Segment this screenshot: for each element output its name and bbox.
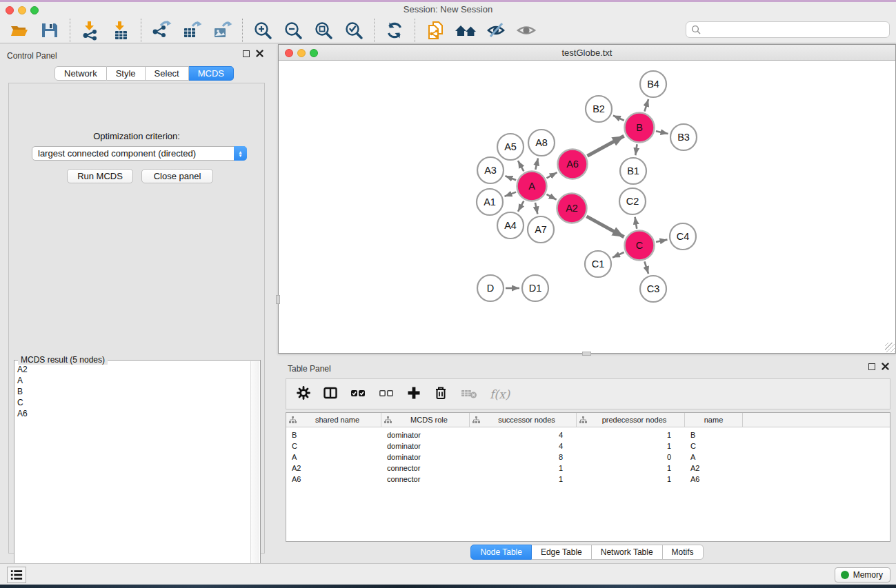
graph-edge[interactable] bbox=[535, 203, 537, 214]
memory-label: Memory bbox=[853, 570, 883, 580]
table-row[interactable]: A dominator 8 0 A bbox=[286, 452, 890, 463]
tab-style[interactable]: Style bbox=[107, 66, 146, 81]
close-panel-button[interactable]: Close panel bbox=[141, 169, 213, 183]
float-table-panel-icon[interactable] bbox=[868, 363, 875, 370]
select-all-button[interactable] bbox=[350, 385, 366, 403]
table-header: shared name MCDS role successor nodes pr… bbox=[286, 413, 890, 427]
table-row[interactable]: A2 connector 1 1 A2 bbox=[286, 463, 890, 474]
tab-network-table[interactable]: Network Table bbox=[592, 545, 663, 560]
graph-node-label: A bbox=[528, 181, 535, 192]
graph-edge[interactable] bbox=[588, 136, 624, 156]
table-tabs: Node Table Edge Table Network Table Moti… bbox=[278, 545, 896, 560]
frame-bottom-handle[interactable] bbox=[582, 352, 591, 356]
list-item[interactable]: A bbox=[17, 375, 250, 386]
graph-edge[interactable] bbox=[586, 216, 624, 237]
run-mcds-button[interactable]: Run MCDS bbox=[67, 169, 133, 183]
network-graph[interactable]: ABCA2A6A1A3A4A5A7A8B1B2B3B4C1C2C3C4DD1 bbox=[279, 61, 895, 353]
export-network-button[interactable] bbox=[150, 19, 173, 42]
memory-button[interactable]: Memory bbox=[835, 567, 890, 582]
list-scrollbar[interactable] bbox=[250, 361, 259, 587]
show-graphics-details-button[interactable] bbox=[515, 19, 538, 42]
list-item[interactable]: A2 bbox=[17, 364, 250, 375]
delete-columns-button[interactable] bbox=[433, 385, 448, 403]
graph-edge[interactable] bbox=[547, 172, 557, 178]
open-session-button[interactable] bbox=[8, 19, 31, 42]
graph-edge[interactable] bbox=[635, 144, 637, 155]
column-header-predecessor-nodes[interactable]: predecessor nodes bbox=[577, 413, 685, 427]
graph-edge[interactable] bbox=[505, 192, 517, 196]
tab-network[interactable]: Network bbox=[54, 66, 107, 81]
list-item[interactable]: C bbox=[17, 397, 250, 408]
search-field[interactable] bbox=[686, 21, 890, 38]
criterion-dropdown[interactable]: largest connected component (directed) ▲… bbox=[32, 146, 247, 161]
tab-mcds[interactable]: MCDS bbox=[189, 66, 234, 81]
clone-network-button[interactable] bbox=[424, 19, 447, 42]
gear-icon bbox=[296, 385, 311, 401]
refresh-view-button[interactable] bbox=[383, 19, 406, 42]
list-item[interactable]: A6 bbox=[17, 408, 250, 419]
import-network-button[interactable] bbox=[79, 19, 102, 42]
network-window-titlebar[interactable]: testGlobe.txt bbox=[279, 45, 895, 61]
import-table-button[interactable] bbox=[109, 19, 132, 42]
unselect-all-button[interactable] bbox=[378, 385, 395, 403]
graph-edge[interactable] bbox=[518, 161, 524, 171]
zoom-fit-icon bbox=[313, 20, 334, 41]
graph-node-label: C3 bbox=[647, 283, 660, 294]
column-header-shared-name[interactable]: shared name bbox=[286, 413, 381, 427]
tab-edge-table[interactable]: Edge Table bbox=[532, 545, 592, 560]
table-toolbar: f(x) bbox=[286, 378, 890, 409]
column-header-successor-nodes[interactable]: successor nodes bbox=[470, 413, 577, 427]
column-header-mcds-role[interactable]: MCDS role bbox=[381, 413, 470, 427]
table-row[interactable]: B dominator 4 1 B bbox=[286, 429, 890, 440]
zoom-in-button[interactable] bbox=[251, 19, 275, 42]
graph-edge[interactable] bbox=[635, 217, 637, 229]
graph-node-label: B4 bbox=[647, 79, 659, 90]
table-row[interactable]: C dominator 4 1 C bbox=[286, 440, 890, 452]
column-type-icon bbox=[472, 416, 480, 424]
graph-edge[interactable] bbox=[518, 201, 524, 212]
graph-edge[interactable] bbox=[535, 158, 538, 170]
graph-edge[interactable] bbox=[644, 261, 648, 274]
frame-left-handle[interactable] bbox=[276, 295, 280, 304]
mcds-result-list[interactable]: A2 A B C A6 bbox=[17, 362, 250, 587]
float-panel-icon[interactable] bbox=[243, 50, 250, 57]
main-toolbar bbox=[0, 17, 896, 43]
export-table-button[interactable] bbox=[180, 19, 203, 42]
toolbar-separator bbox=[242, 19, 243, 42]
tab-motifs[interactable]: Motifs bbox=[663, 545, 704, 560]
zoom-selected-button[interactable] bbox=[342, 19, 366, 42]
graph-edge[interactable] bbox=[644, 99, 648, 112]
home-layout-button[interactable] bbox=[454, 19, 477, 42]
graph-edge[interactable] bbox=[656, 131, 668, 134]
save-session-button[interactable] bbox=[38, 19, 61, 42]
tab-select[interactable]: Select bbox=[146, 66, 189, 81]
show-columns-button[interactable] bbox=[323, 385, 338, 403]
graph-edge[interactable] bbox=[613, 116, 624, 121]
graph-edge[interactable] bbox=[505, 176, 516, 180]
zoom-selected-icon bbox=[344, 20, 364, 41]
task-history-button[interactable] bbox=[7, 567, 26, 583]
list-item[interactable]: B bbox=[17, 386, 250, 397]
search-input[interactable] bbox=[701, 23, 889, 37]
add-column-button[interactable] bbox=[406, 385, 421, 403]
tab-node-table[interactable]: Node Table bbox=[470, 545, 532, 560]
table-settings-button[interactable] bbox=[296, 385, 311, 403]
resize-grip-icon[interactable] bbox=[885, 343, 895, 352]
graph-node-label: B bbox=[636, 122, 643, 133]
network-view-window: testGlobe.txt ABCA2A6A1A3A4A5A7A8B1B2B3B… bbox=[278, 44, 896, 354]
open-folder-icon bbox=[9, 20, 30, 41]
column-header-name[interactable]: name bbox=[685, 413, 743, 427]
table-row[interactable]: A6 connector 1 1 A6 bbox=[286, 474, 890, 485]
hide-graphics-details-button[interactable] bbox=[484, 19, 508, 42]
graph-edge[interactable] bbox=[656, 240, 667, 242]
graph-edge[interactable] bbox=[546, 194, 556, 200]
zoom-out-button[interactable] bbox=[281, 19, 305, 42]
export-image-button[interactable] bbox=[210, 19, 234, 42]
zoom-fit-button[interactable] bbox=[312, 19, 335, 42]
graph-edge[interactable] bbox=[613, 252, 624, 258]
close-table-panel-icon[interactable] bbox=[882, 363, 889, 370]
network-canvas[interactable]: ABCA2A6A1A3A4A5A7A8B1B2B3B4C1C2C3C4DD1 bbox=[279, 61, 895, 353]
close-panel-icon[interactable] bbox=[256, 50, 263, 57]
destroy-table-icon bbox=[460, 385, 478, 401]
control-panel-tabs: Network Style Select MCDS bbox=[54, 66, 234, 81]
